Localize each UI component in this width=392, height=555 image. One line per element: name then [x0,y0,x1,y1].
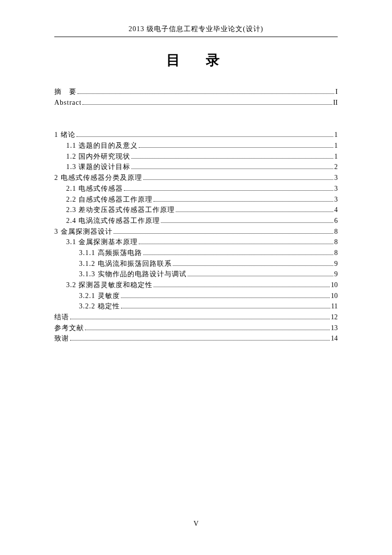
toc-entry-label: 结语 [54,312,69,323]
toc-leader-dots [154,287,330,287]
toc-entry-page: 14 [331,333,338,344]
toc-entry-label: 3.1.3 实物作品的电路设计与调试 [79,269,187,280]
toc-entry: 3 金属探测器设计8 [54,226,338,237]
toc-leader-dots [70,319,330,319]
toc-entry-label: 3.1.2 电涡流和振荡回路联系 [79,258,172,269]
toc-entry: 3.2 探测器灵敏度和稳定性10 [54,280,338,291]
toc-entry: 3.2.1 灵敏度10 [54,291,338,301]
toc-leader-dots [143,255,334,255]
toc-entry-page: 8 [334,226,338,237]
toc-entry-page: 6 [334,215,338,226]
toc-entry-label: 3.1 金属探测基本原理 [66,237,138,248]
toc-entry-page: 3 [334,183,338,194]
toc-leader-dots [131,169,333,169]
toc-entry-label: 3.2.2 稳定性 [79,301,120,312]
running-header: 2013 级电子信息工程专业毕业论文(设计) [54,25,338,37]
toc-entry-label: 2.1 电感式传感器 [66,183,123,194]
toc-entry-label: 1.2 国内外研究现状 [66,151,130,162]
toc-entry-page: 10 [331,280,338,291]
toc-entry: 3.1.1 高频振荡电路8 [54,248,338,258]
toc-entry-page: 11 [331,301,338,312]
toc-entry-label: Abstract [54,97,81,108]
toc-entry-label: 1 绪论 [54,129,76,140]
toc-leader-dots [70,340,330,341]
toc-leader-dots [77,136,334,137]
toc-leader-dots [78,93,334,94]
toc-top-block: 摘 要IAbstractII [54,86,338,108]
toc-entry: 2.2 自感式传感器工作原理3 [54,194,338,205]
toc-entry-page: 9 [334,269,338,280]
toc-leader-dots [82,104,332,105]
toc-entry: AbstractII [54,97,338,108]
toc-entry-label: 3.2 探测器灵敏度和稳定性 [66,280,153,291]
toc-entry-label: 2.3 差动变压器式传感器工作原理 [66,205,175,215]
toc-entry: 3.1.2 电涡流和振荡回路联系9 [54,258,338,269]
toc-entry: 1 绪论1 [54,129,338,140]
toc-leader-dots [139,244,333,244]
toc-entry-page: 10 [331,291,338,301]
toc-entry-label: 2.4 电涡流式传感器工作原理 [66,215,160,226]
toc-leader-dots [121,308,330,308]
toc-entry-label: 参考文献 [54,323,84,334]
toc-entry-page: 12 [331,312,338,323]
toc-entry-label: 3 金属探测器设计 [54,226,113,237]
toc-entry: 结语12 [54,312,338,323]
toc-entry-page: 2 [334,162,338,172]
toc-leader-dots [121,298,330,298]
toc-entry: 摘 要I [54,86,338,97]
toc-entry-label: 2.2 自感式传感器工作原理 [66,194,153,205]
toc-entry-page: 8 [334,248,338,258]
toc-entry: 2 电感式传感器分类及原理3 [54,172,338,183]
toc-entry-page: II [333,97,338,108]
toc-entry-page: 1 [334,140,338,151]
toc-leader-dots [188,276,334,276]
toc-entry: 3.1 金属探测基本原理8 [54,237,338,248]
toc-leader-dots [176,212,333,212]
toc-entry: 2.4 电涡流式传感器工作原理6 [54,215,338,226]
toc-leader-dots [161,222,333,223]
toc-entry-label: 摘 要 [54,86,77,97]
toc-entry-page: 9 [334,258,338,269]
toc-entry-page: 1 [334,129,338,140]
toc-entry-page: 3 [334,194,338,205]
toc-entry: 1.3 课题的设计目标2 [54,162,338,172]
toc-entry: 2.3 差动变压器式传感器工作原理4 [54,205,338,215]
toc-entry: 参考文献13 [54,323,338,334]
toc-entry-label: 致谢 [54,333,69,344]
toc-leader-dots [143,179,334,180]
page-container: 2013 级电子信息工程专业毕业论文(设计) 目 录 摘 要IAbstractI… [0,0,392,344]
toc-entry-page: 4 [334,205,338,215]
toc-entry-page: I [335,86,338,97]
toc-leader-dots [114,233,334,234]
toc-leader-dots [131,158,333,159]
toc-entry: 2.1 电感式传感器3 [54,183,338,194]
toc-leader-dots [124,190,333,191]
toc-main-block: 1 绪论11.1 选题的目的及意义11.2 国内外研究现状11.3 课题的设计目… [54,129,338,344]
toc-leader-dots [173,265,334,266]
toc-entry-label: 1.1 选题的目的及意义 [66,140,138,151]
toc-entry-label: 2 电感式传感器分类及原理 [54,172,142,183]
section-gap [54,108,338,129]
toc-leader-dots [85,330,330,330]
toc-entry-label: 1.3 课题的设计目标 [66,162,130,172]
toc-entry-page: 8 [334,237,338,248]
toc-entry-page: 1 [334,151,338,162]
toc-entry-page: 3 [334,172,338,183]
toc-entry: 1.2 国内外研究现状1 [54,151,338,162]
toc-entry: 1.1 选题的目的及意义1 [54,140,338,151]
toc-leader-dots [154,201,333,202]
toc-title: 目 录 [54,51,338,70]
page-number: V [0,520,392,528]
toc-entry: 3.1.3 实物作品的电路设计与调试9 [54,269,338,280]
toc-entry-label: 3.1.1 高频振荡电路 [79,248,142,258]
toc-entry: 致谢14 [54,333,338,344]
toc-entry: 3.2.2 稳定性11 [54,301,338,312]
toc-entry-page: 13 [331,323,338,334]
toc-leader-dots [139,147,333,148]
toc-entry-label: 3.2.1 灵敏度 [79,291,120,301]
